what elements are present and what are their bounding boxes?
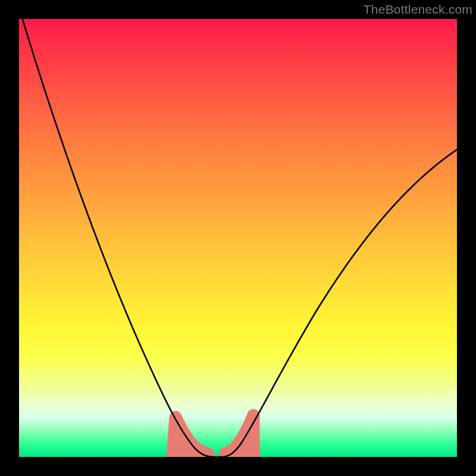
curve-svg <box>19 19 457 457</box>
watermark-text: TheBottleneck.com <box>364 2 472 17</box>
chart-frame: TheBottleneck.com <box>0 0 476 476</box>
right-cusp-band <box>225 415 253 457</box>
bottleneck-curve-path <box>21 19 457 457</box>
plot-area <box>19 19 457 457</box>
